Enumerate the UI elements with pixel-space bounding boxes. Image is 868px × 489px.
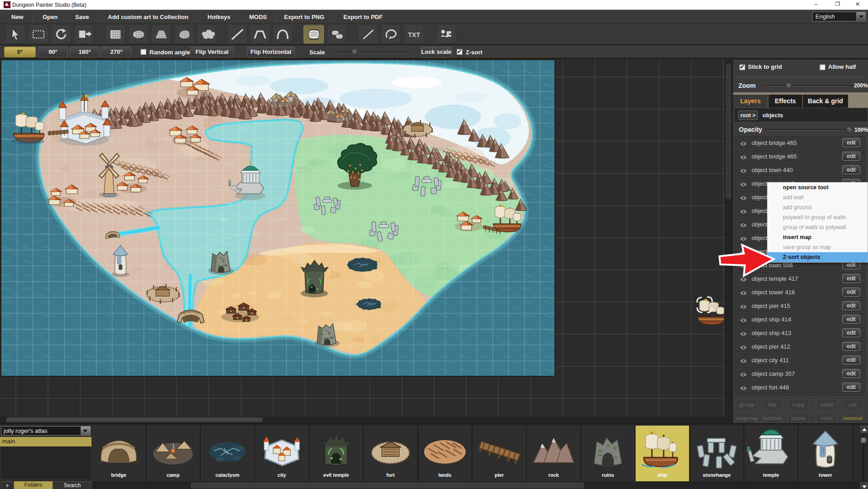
svg-text:TXT: TXT [408,31,420,38]
